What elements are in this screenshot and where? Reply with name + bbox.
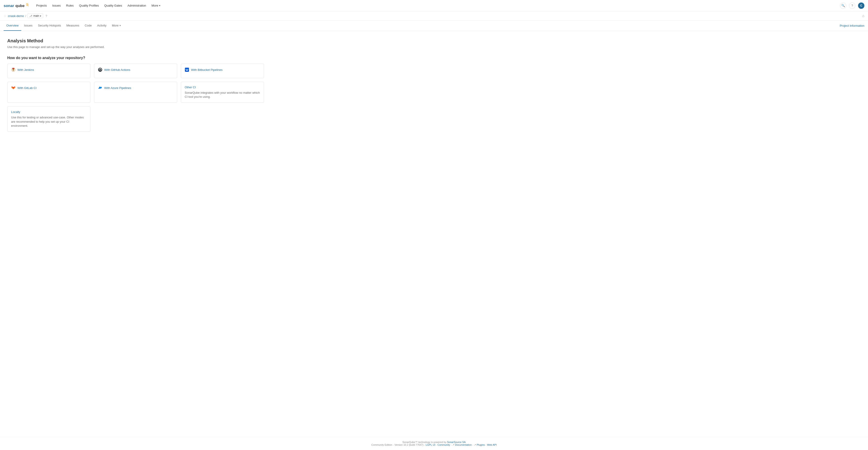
- footer-documentation-link[interactable]: Documentation: [455, 444, 472, 446]
- nav-issues[interactable]: Issues: [50, 2, 63, 8]
- breadcrumb-help-icon[interactable]: ?: [45, 14, 47, 18]
- card-locally-header: Locally: [11, 110, 87, 114]
- main-content: Analysis Method Use this page to manage …: [0, 31, 271, 437]
- search-button[interactable]: 🔍: [840, 2, 846, 9]
- other-ci-description: SonarQube integrates with your workflow …: [185, 91, 260, 99]
- card-gitlab[interactable]: With GitLab CI: [7, 82, 90, 103]
- locally-link[interactable]: Locally: [11, 110, 20, 114]
- footer-plugins-link[interactable]: Plugins: [477, 444, 485, 446]
- other-ci-link[interactable]: Other CI: [185, 86, 196, 89]
- breadcrumb-project[interactable]: cnask-demo: [8, 14, 24, 18]
- branch-name: main: [33, 14, 39, 18]
- sonarqube-logo: sonar qube: [4, 2, 29, 9]
- jenkins-icon: [11, 67, 16, 72]
- footer-edition-text: Community Edition - Version 10.2 (build …: [371, 444, 425, 446]
- gitlab-link[interactable]: With GitLab CI: [18, 86, 37, 90]
- footer-line-1: SonarQube™ technology is powered by Sona…: [4, 441, 864, 444]
- card-github-header: With GitHub Actions: [98, 67, 174, 72]
- nav-rules[interactable]: Rules: [64, 2, 76, 8]
- nav-quality-gates[interactable]: Quality Gates: [102, 2, 124, 8]
- sub-navigation: Overview Issues Security Hotspots Measur…: [0, 21, 868, 31]
- chevron-down-icon: ▾: [159, 4, 160, 7]
- svg-text:sonar: sonar: [4, 4, 14, 8]
- card-gitlab-header: With GitLab CI: [11, 86, 87, 90]
- help-button[interactable]: ?: [849, 2, 855, 9]
- logo[interactable]: sonar qube: [4, 2, 29, 9]
- page-subtitle: Use this page to manage and set-up the w…: [7, 45, 264, 49]
- tab-security-hotspots[interactable]: Security Hotspots: [35, 21, 64, 31]
- cards-row-3: Locally Use this for testing or advanced…: [7, 106, 264, 132]
- nav-projects[interactable]: Projects: [34, 2, 49, 8]
- nav-administration[interactable]: Administration: [125, 2, 148, 8]
- card-locally[interactable]: Locally Use this for testing or advanced…: [7, 106, 90, 132]
- sub-nav-more[interactable]: More ▾: [109, 21, 123, 31]
- top-navigation: sonar qube Projects Issues Rules Quality…: [0, 0, 868, 11]
- tab-overview[interactable]: Overview: [4, 21, 21, 31]
- breadcrumb-separator: /: [25, 14, 26, 18]
- branch-selector[interactable]: ⎇ main ▾: [27, 13, 43, 18]
- card-azure[interactable]: With Azure Pipelines: [94, 82, 177, 103]
- tab-activity[interactable]: Activity: [94, 21, 109, 31]
- footer-sonarsource-link[interactable]: SonarSource SA: [447, 441, 466, 444]
- card-other-ci-header: Other CI: [185, 86, 260, 89]
- card-bitbucket-header: With Bitbucket Pipelines: [185, 67, 260, 72]
- card-jenkins-header: With Jenkins: [11, 67, 87, 72]
- jenkins-link[interactable]: With Jenkins: [18, 68, 34, 72]
- footer-plugins-external-icon: ↗: [474, 444, 476, 446]
- nav-more[interactable]: More ▾: [149, 2, 162, 8]
- project-information-link[interactable]: Project Information: [840, 21, 864, 31]
- gitlab-icon: [11, 86, 16, 90]
- github-icon: [98, 67, 102, 72]
- page-title: Analysis Method: [7, 38, 264, 44]
- github-actions-link[interactable]: With GitHub Actions: [104, 68, 130, 72]
- tab-issues[interactable]: Issues: [21, 21, 35, 31]
- card-azure-header: With Azure Pipelines: [98, 86, 174, 90]
- tab-code[interactable]: Code: [82, 21, 94, 31]
- nav-quality-profiles[interactable]: Quality Profiles: [77, 2, 101, 8]
- footer: SonarQube™ technology is powered by Sona…: [0, 437, 868, 450]
- footer-community-link[interactable]: Community: [437, 444, 450, 446]
- branch-chevron-icon: ▾: [40, 15, 41, 17]
- footer-powered-text: SonarQube™ technology is powered by: [402, 441, 446, 444]
- favorite-star-icon[interactable]: ☆: [4, 14, 6, 18]
- card-other-ci[interactable]: Other CI SonarQube integrates with your …: [181, 82, 264, 103]
- card-jenkins[interactable]: With Jenkins: [7, 64, 90, 78]
- card-github-actions[interactable]: With GitHub Actions: [94, 64, 177, 78]
- sub-nav-chevron-icon: ▾: [120, 24, 121, 27]
- breadcrumb-bar: ☆ cnask-demo / ⎇ main ▾ ? ⌂: [0, 11, 868, 21]
- nav-right: 🔍 ? C: [840, 2, 864, 9]
- footer-lgpl-link[interactable]: LGPL v3: [426, 444, 435, 446]
- azure-link[interactable]: With Azure Pipelines: [104, 86, 131, 90]
- footer-external-icon: ↗: [452, 444, 454, 446]
- azure-icon: [98, 86, 102, 90]
- tab-measures[interactable]: Measures: [64, 21, 82, 31]
- user-avatar[interactable]: C: [858, 2, 864, 9]
- locally-description: Use this for testing or advanced use-cas…: [11, 115, 87, 128]
- svg-rect-6: [13, 71, 14, 71]
- svg-point-5: [13, 69, 14, 69]
- footer-webapi-link[interactable]: Web API: [487, 444, 497, 446]
- cards-row-1: With Jenkins With GitHub Actions: [7, 64, 264, 78]
- nav-links: Projects Issues Rules Quality Profiles Q…: [34, 2, 840, 8]
- bitbucket-link[interactable]: With Bitbucket Pipelines: [191, 68, 222, 72]
- card-bitbucket[interactable]: With Bitbucket Pipelines: [181, 64, 264, 78]
- footer-line-2: Community Edition - Version 10.2 (build …: [4, 444, 864, 446]
- section-title: How do you want to analyze your reposito…: [7, 56, 264, 60]
- svg-point-4: [13, 69, 13, 69]
- svg-rect-8: [12, 68, 14, 68]
- svg-text:qube: qube: [16, 4, 25, 8]
- branch-icon: ⎇: [29, 15, 32, 18]
- cards-row-2: With GitLab CI With Azure Pipelines Othe…: [7, 82, 264, 103]
- sub-nav-tabs: Overview Issues Security Hotspots Measur…: [4, 21, 840, 31]
- bitbucket-icon: [185, 67, 189, 72]
- home-icon[interactable]: ⌂: [862, 14, 864, 18]
